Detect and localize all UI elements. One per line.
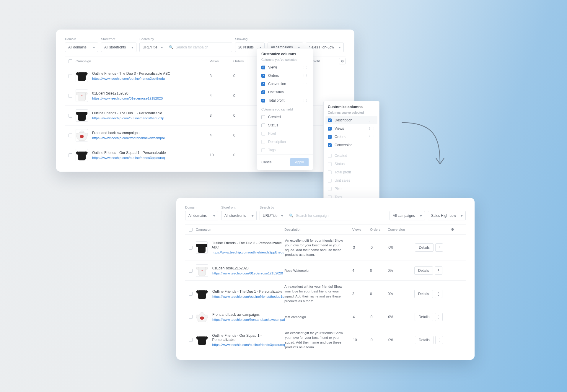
select-domain[interactable]: All domains▾ [65,43,98,52]
campaign-url-link[interactable]: https://www.teechip.com/outlinefriends3p… [212,343,285,347]
chevron-down-icon: ▾ [93,46,95,49]
select-campaign-filter[interactable]: All campaigns▾ [390,211,425,220]
column-option[interactable]: Created [257,113,313,121]
row-checkbox[interactable] [69,74,72,78]
checkbox-all[interactable] [69,59,72,63]
cell-orders: 0 [371,245,388,250]
cell-orders: 0 [233,133,257,137]
campaign-title: Front and back aw campaigns [212,313,285,317]
details-button[interactable]: Details [414,266,433,275]
column-label: Conversion [335,143,353,147]
column-option: Status [324,160,379,168]
row-checkbox[interactable] [189,338,193,342]
panel-after: Domain All domains▾ Storefront All store… [176,198,475,360]
row-menu-button[interactable]: ⋮ [435,243,443,252]
select-domain[interactable]: All domains▾ [185,211,218,220]
table-row: Outline Friends - The Duo 1 - Personaliz… [185,281,466,307]
cell-views: 10 [353,338,371,342]
cell-conversion: 0% [388,338,415,342]
customize-columns-button[interactable]: ⚙ [449,226,456,233]
drag-handle-icon[interactable]: ⋮⋮ [302,99,309,103]
search-input[interactable] [176,45,229,49]
search-input[interactable] [296,214,349,218]
campaign-url-link[interactable]: https://www.teechip.com/outlinefriends2p… [92,77,170,80]
column-label: Status [335,162,345,166]
checkbox-icon: ✓ [261,74,265,78]
details-button[interactable]: Details [414,290,433,298]
cell-views: 4 [352,269,370,273]
drag-handle-icon[interactable]: ⋮⋮ [368,118,375,122]
popover-title: Customize columns [257,48,313,57]
row-menu-button[interactable]: ⋮ [435,266,442,275]
row-checkbox[interactable] [189,315,193,319]
campaign-url-link[interactable]: https://www.teechip.com/01edenrose121520… [92,97,163,100]
column-option[interactable]: ✓Conversion ⋮⋮ [257,80,313,88]
column-option[interactable]: Status [257,121,313,129]
popover-subtitle-addable: Columns you can add [257,105,313,113]
table-row: Front and back aw campaigns https://www.… [185,307,466,327]
column-option[interactable]: ✓Description ⋮⋮ [325,116,377,124]
column-option[interactable]: ✓Unit sales ⋮⋮ [257,88,313,96]
drag-handle-icon[interactable]: ⋮⋮ [302,74,309,78]
row-menu-button[interactable]: ⋮ [435,313,443,321]
checkbox-icon [261,148,265,152]
checkbox-icon [328,162,332,166]
product-thumbnail [76,109,88,122]
select-storefront[interactable]: All storefronts▾ [101,43,136,52]
drag-handle-icon[interactable]: ⋮⋮ [368,127,375,131]
gear-icon: ⚙ [451,227,454,232]
campaign-url-link[interactable]: https://www.teechip.com/outlinefriendsth… [212,295,284,298]
search-icon: 🔍 [169,45,173,49]
row-menu-button[interactable]: ⋮ [435,290,442,298]
column-option[interactable]: ✓Orders ⋮⋮ [324,133,379,141]
checkbox-all[interactable] [189,228,193,232]
cell-description: An excellent gift for your friends! Show… [285,238,353,257]
drag-handle-icon[interactable]: ⋮⋮ [368,143,375,147]
column-label: Views [268,65,278,69]
cell-description: An excellent gift for your friends! Show… [285,331,353,349]
campaign-title: 01EdenRose12152020 [212,266,283,270]
campaign-url-link[interactable]: https://www.teechip.com/outlinefriends2p… [212,251,285,254]
row-checkbox[interactable] [69,134,72,137]
column-option[interactable]: ✓Orders ⋮⋮ [257,71,313,80]
details-button[interactable]: Details [415,243,434,252]
campaign-title: Outline Friends - Our Squad 1 - Personal… [92,151,166,155]
drag-handle-icon[interactable]: ⋮⋮ [302,82,309,86]
row-checkbox[interactable] [69,114,72,118]
checkbox-icon: ✓ [328,135,332,139]
campaign-url-link[interactable]: https://www.teechip.com/outlinefriendsth… [92,116,164,120]
drag-handle-icon[interactable]: ⋮⋮ [368,135,375,139]
cancel-button[interactable]: Cancel [261,160,272,164]
drag-handle-icon[interactable]: ⋮⋮ [302,90,309,94]
row-checkbox[interactable] [69,94,72,98]
column-option[interactable]: ✓Views ⋮⋮ [257,63,313,71]
drag-handle-icon[interactable]: ⋮⋮ [302,66,309,69]
row-checkbox[interactable] [189,269,193,273]
details-button[interactable]: Details [415,313,433,321]
row-checkbox[interactable] [189,246,193,250]
row-checkbox[interactable] [69,153,72,157]
campaign-url-link[interactable]: https://www.teechip.com/frontandbackawca… [212,318,285,321]
label-showing: Showing [235,37,265,41]
details-button[interactable]: Details [415,336,434,344]
campaign-url-link[interactable]: https://www.teechip.com/frontandbackawca… [92,136,164,140]
label-searchby: Search by [139,37,232,41]
select-search-by[interactable]: URL/Title▾ [260,211,286,220]
column-option[interactable]: ✓Total profit ⋮⋮ [257,96,313,105]
apply-button[interactable]: Apply [290,158,309,166]
column-option[interactable]: ✓Views ⋮⋮ [324,124,379,133]
row-checkbox[interactable] [189,292,193,296]
campaign-url-link[interactable]: https://www.teechip.com/outlinefriends3p… [92,156,166,160]
cell-views: 3 [210,74,233,78]
checkbox-icon [261,140,265,144]
cell-views: 4 [210,133,233,137]
column-option[interactable]: ✓Conversion ⋮⋮ [324,141,379,149]
select-storefront[interactable]: All storefronts▾ [221,211,257,220]
checkbox-icon: ✓ [261,90,265,94]
checkbox-icon: ✓ [328,118,332,122]
select-sort[interactable]: Sales High-Low▾ [428,211,466,220]
customize-columns-button[interactable]: ⚙ [339,58,346,64]
row-menu-button[interactable]: ⋮ [435,336,443,344]
campaign-url-link[interactable]: https://www.teechip.com/01edenrose121520… [212,271,283,275]
select-search-by[interactable]: URL/Title▾ [139,43,166,52]
